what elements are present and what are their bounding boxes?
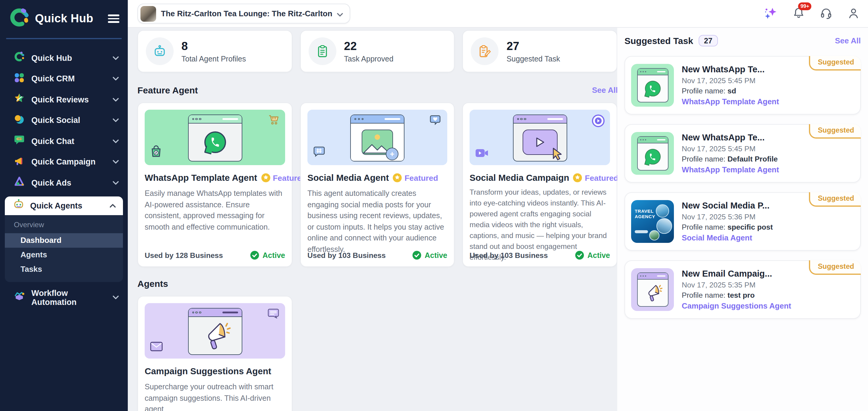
used-by-label: Used by 103 Business [470,251,548,259]
task-agent-link[interactable]: WhatsApp Template Agent [682,165,779,174]
video-browser-illustration [470,110,610,165]
stat-label: Total Agent Profiles [181,55,246,63]
sidebar-item-quick-agents[interactable]: Quick Agents [5,196,123,215]
stat-label: Task Approved [344,55,393,63]
quick-campaign-icon [14,156,25,169]
video-camera-icon [475,148,489,160]
sidebar-item-workflow-automation[interactable]: Workflow Automation [0,287,128,308]
feature-cards-row: WhatsApp Template Agent Featured Easily … [137,102,617,267]
task-title: New WhatsApp Te... [682,64,779,74]
quick-social-icon [14,114,25,127]
sidebar-item-label: Quick Chat [31,137,74,146]
stats-row: 8 Total Agent Profiles 22 Task Approved … [137,30,617,72]
chevron-down-icon [113,56,119,60]
task-title: New WhatsApp Te... [682,132,779,142]
task-card[interactable]: Suggested TRAVELAGENCY New Social Media … [624,192,861,251]
support-button[interactable] [820,7,832,21]
ai-sparkles-icon [764,7,778,21]
sidebar-item-agents[interactable]: Agents [5,247,123,262]
logo-row: Quick Hub [0,0,128,30]
quick-agents-group: Quick Agents Overview Dashboard Agents T… [5,196,123,282]
featured-badge: Featured [261,173,306,183]
whatsapp-thumb [631,64,674,107]
task-agent-link[interactable]: Campaign Suggestions Agent [682,301,791,310]
sidebar: Quick Hub Quick Hub Quick CRM Quick Revi… [0,0,128,411]
suggested-badge: Suggested [809,192,861,207]
clipboard-check-icon [308,37,336,65]
agent-card-campaign-suggestions[interactable]: Campaign Suggestions Agent Supercharge y… [137,296,292,411]
chevron-down-icon [113,295,119,300]
tasks-see-all-link[interactable]: See All [835,36,861,45]
business-selector-label: The Ritz-Carlton Tea Lounge: The Ritz-Ca… [161,9,333,18]
sidebar-toggle-button[interactable] [108,13,119,25]
stat-card-task-approved: 22 Task Approved [300,30,455,72]
suggested-tasks-panel: Suggested Task 27 See All Suggested New … [617,28,868,411]
ai-sparkles-button[interactable] [764,7,778,21]
task-card[interactable]: Suggested New Email Campaig... Nov 17 [624,260,861,319]
browser-window-graphic [513,115,567,161]
sidebar-item-dashboard[interactable]: Dashboard [5,233,123,247]
sidebar-item-quick-hub[interactable]: Quick Hub [0,48,128,68]
sidebar-item-quick-campaign[interactable]: Quick Campaign [0,152,128,172]
feature-agent-section-head: Feature Agent See All [137,85,617,95]
sidebar-item-quick-reviews[interactable]: Quick Reviews [0,89,128,110]
cursor-icon [551,147,564,161]
chevron-down-icon [113,139,119,144]
video-player-icon [522,130,557,155]
play-circle-icon [592,115,604,130]
task-title: New Email Campaig... [682,268,791,278]
quick-ads-icon [14,176,25,190]
megaphone-thumb [631,268,674,311]
used-by-label: Used by 128 Business [145,251,223,259]
chat-lines-bubble-icon [268,308,280,322]
quick-hub-icon [14,52,25,65]
headset-icon [820,7,832,21]
chevron-down-icon [113,119,119,123]
sidebar-item-label: Quick Campaign [31,158,96,167]
task-date: Nov 17, 2025 5:45 PM [682,76,779,85]
hamburger-icon [108,14,119,16]
agent-card-social-media[interactable]: + Social Media Agent Featured This agent… [300,102,455,267]
robot-icon [13,199,24,212]
task-agent-link[interactable]: WhatsApp Template Agent [682,97,779,106]
check-circle-icon [250,251,259,260]
section-title: Feature Agent [137,85,198,95]
sidebar-item-quick-social[interactable]: Quick Social [0,110,128,131]
app-viewport: Quick Hub Quick Hub Quick CRM Quick Revi… [0,0,868,411]
chevron-up-icon [110,203,116,208]
task-card[interactable]: Suggested New WhatsApp Te... Nov 17, 202… [624,124,861,183]
status-badge: Active [412,251,447,260]
agent-card-title: Campaign Suggestions Agent [145,367,271,376]
agent-card-description: Easily manage WhatsApp templates with AI… [145,188,285,232]
user-menu-button[interactable] [847,7,860,21]
chevron-down-icon [113,181,119,185]
task-agent-link[interactable]: Social Media Agent [682,233,752,242]
clipboard-pencil-icon [471,37,499,65]
check-circle-icon [412,251,422,260]
suggested-badge: Suggested [809,124,861,138]
chevron-down-icon [113,98,119,102]
megaphone-browser-illustration [145,303,285,358]
submenu-section-label: Overview [5,219,123,233]
sidebar-nav: Quick Hub Quick CRM Quick Reviews Quick … [0,48,128,308]
sidebar-item-label: Quick CRM [31,74,75,84]
suggested-badge: Suggested [809,56,861,70]
agent-card-social-media-campaign[interactable]: Social Media Campaign Featured Transform… [462,102,617,267]
business-selector-dropdown[interactable]: The Ritz-Carlton Tea Lounge: The Ritz-Ca… [137,4,350,24]
envelope-icon [150,342,163,354]
task-card[interactable]: Suggested New WhatsApp Te... Nov 17, 202… [624,56,861,115]
sidebar-item-tasks[interactable]: Tasks [5,262,123,276]
sidebar-item-label: Quick Agents [30,201,82,210]
star-badge-icon [261,173,270,183]
section-title: Agents [137,278,168,289]
sidebar-item-quick-crm[interactable]: Quick CRM [0,68,128,89]
sidebar-item-quick-chat[interactable]: Quick Chat [0,131,128,152]
whatsapp-icon [645,81,660,96]
notifications-button[interactable]: 99+ [793,7,805,21]
feature-see-all-link[interactable]: See All [592,86,617,95]
quick-agents-submenu: Overview Dashboard Agents Tasks [5,215,123,282]
sidebar-item-quick-ads[interactable]: Quick Ads [0,172,128,193]
agent-card-whatsapp-template[interactable]: WhatsApp Template Agent Featured Easily … [137,102,292,267]
top-bar-actions: 99+ [764,0,860,28]
featured-badge: Featured [573,173,617,183]
